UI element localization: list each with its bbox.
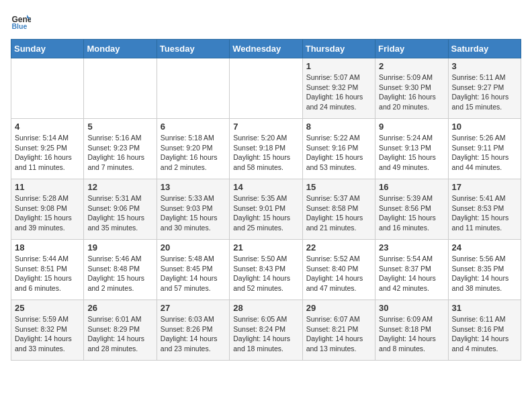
day-info: Sunrise: 5:46 AM Sunset: 8:48 PM Dayligh… (87, 254, 152, 293)
day-info: Sunrise: 5:31 AM Sunset: 9:06 PM Dayligh… (87, 193, 152, 233)
calendar-cell (84, 58, 157, 119)
calendar-week-4: 18Sunrise: 5:44 AM Sunset: 8:51 PM Dayli… (11, 240, 521, 300)
calendar-cell: 12Sunrise: 5:31 AM Sunset: 9:06 PM Dayli… (84, 179, 157, 240)
calendar-cell: 27Sunrise: 6:03 AM Sunset: 8:26 PM Dayli… (157, 300, 229, 361)
day-info: Sunrise: 5:54 AM Sunset: 8:37 PM Dayligh… (379, 254, 444, 293)
weekday-header-wednesday: Wednesday (230, 40, 302, 58)
calendar-cell: 11Sunrise: 5:28 AM Sunset: 9:08 PM Dayli… (11, 179, 84, 240)
day-info: Sunrise: 5:44 AM Sunset: 8:51 PM Dayligh… (15, 254, 80, 293)
day-info: Sunrise: 6:07 AM Sunset: 8:21 PM Dayligh… (306, 314, 371, 354)
day-info: Sunrise: 5:48 AM Sunset: 8:45 PM Dayligh… (161, 254, 226, 293)
day-info: Sunrise: 5:16 AM Sunset: 9:23 PM Dayligh… (87, 133, 152, 173)
day-info: Sunrise: 5:59 AM Sunset: 8:32 PM Dayligh… (15, 314, 80, 354)
page-header: General Blue (11, 11, 521, 31)
day-number: 8 (306, 122, 371, 132)
calendar-cell: 23Sunrise: 5:54 AM Sunset: 8:37 PM Dayli… (375, 240, 448, 300)
day-number: 29 (306, 303, 371, 313)
day-number: 31 (452, 303, 517, 313)
calendar-cell: 18Sunrise: 5:44 AM Sunset: 8:51 PM Dayli… (11, 240, 84, 300)
calendar-cell: 19Sunrise: 5:46 AM Sunset: 8:48 PM Dayli… (84, 240, 157, 300)
day-number: 10 (452, 122, 517, 132)
day-info: Sunrise: 5:20 AM Sunset: 9:18 PM Dayligh… (233, 133, 298, 173)
calendar-cell: 13Sunrise: 5:33 AM Sunset: 9:03 PM Dayli… (157, 179, 229, 240)
day-number: 1 (306, 61, 371, 71)
weekday-header-friday: Friday (375, 40, 448, 58)
day-info: Sunrise: 5:50 AM Sunset: 8:43 PM Dayligh… (233, 254, 298, 293)
logo: General Blue (11, 11, 34, 31)
calendar-cell: 1Sunrise: 5:07 AM Sunset: 9:32 PM Daylig… (302, 58, 375, 119)
day-number: 4 (15, 122, 80, 132)
calendar-cell: 7Sunrise: 5:20 AM Sunset: 9:18 PM Daylig… (230, 119, 302, 179)
day-number: 21 (233, 242, 298, 253)
calendar-cell: 2Sunrise: 5:09 AM Sunset: 9:30 PM Daylig… (375, 58, 448, 119)
day-number: 19 (87, 242, 152, 253)
day-number: 16 (379, 182, 444, 192)
day-info: Sunrise: 5:35 AM Sunset: 9:01 PM Dayligh… (233, 193, 298, 233)
calendar-cell: 29Sunrise: 6:07 AM Sunset: 8:21 PM Dayli… (302, 300, 375, 361)
calendar-cell: 26Sunrise: 6:01 AM Sunset: 8:29 PM Dayli… (84, 300, 157, 361)
calendar-cell (157, 58, 229, 119)
day-number: 5 (87, 122, 152, 132)
calendar-cell: 28Sunrise: 6:05 AM Sunset: 8:24 PM Dayli… (230, 300, 302, 361)
day-number: 23 (379, 242, 444, 253)
day-number: 24 (452, 242, 517, 253)
day-info: Sunrise: 6:01 AM Sunset: 8:29 PM Dayligh… (87, 314, 152, 354)
calendar-cell: 10Sunrise: 5:26 AM Sunset: 9:11 PM Dayli… (448, 119, 521, 179)
calendar-cell (11, 58, 84, 119)
calendar-cell: 16Sunrise: 5:39 AM Sunset: 8:56 PM Dayli… (375, 179, 448, 240)
day-info: Sunrise: 5:24 AM Sunset: 9:13 PM Dayligh… (379, 133, 444, 173)
day-number: 22 (306, 242, 371, 253)
calendar-cell: 8Sunrise: 5:22 AM Sunset: 9:16 PM Daylig… (302, 119, 375, 179)
calendar-cell: 22Sunrise: 5:52 AM Sunset: 8:40 PM Dayli… (302, 240, 375, 300)
day-number: 18 (15, 242, 80, 253)
day-info: Sunrise: 5:18 AM Sunset: 9:20 PM Dayligh… (161, 133, 226, 173)
day-number: 27 (161, 303, 226, 313)
calendar-cell: 21Sunrise: 5:50 AM Sunset: 8:43 PM Dayli… (230, 240, 302, 300)
day-info: Sunrise: 5:56 AM Sunset: 8:35 PM Dayligh… (452, 254, 517, 293)
calendar-cell: 4Sunrise: 5:14 AM Sunset: 9:25 PM Daylig… (11, 119, 84, 179)
day-info: Sunrise: 5:11 AM Sunset: 9:27 PM Dayligh… (452, 73, 517, 112)
day-number: 20 (161, 242, 226, 253)
weekday-header-sunday: Sunday (11, 40, 84, 58)
day-number: 14 (233, 182, 298, 192)
day-info: Sunrise: 5:41 AM Sunset: 8:53 PM Dayligh… (452, 193, 517, 233)
day-number: 13 (161, 182, 226, 192)
day-info: Sunrise: 5:26 AM Sunset: 9:11 PM Dayligh… (452, 133, 517, 173)
day-number: 28 (233, 303, 298, 313)
calendar-cell: 14Sunrise: 5:35 AM Sunset: 9:01 PM Dayli… (230, 179, 302, 240)
day-info: Sunrise: 6:05 AM Sunset: 8:24 PM Dayligh… (233, 314, 298, 354)
day-number: 6 (161, 122, 226, 132)
day-info: Sunrise: 5:37 AM Sunset: 8:58 PM Dayligh… (306, 193, 371, 233)
day-number: 25 (15, 303, 80, 313)
calendar-week-2: 4Sunrise: 5:14 AM Sunset: 9:25 PM Daylig… (11, 119, 521, 179)
day-info: Sunrise: 6:11 AM Sunset: 8:16 PM Dayligh… (452, 314, 517, 354)
weekday-header-monday: Monday (84, 40, 157, 58)
weekday-header-saturday: Saturday (448, 40, 521, 58)
day-number: 3 (452, 61, 517, 71)
calendar-cell: 25Sunrise: 5:59 AM Sunset: 8:32 PM Dayli… (11, 300, 84, 361)
day-info: Sunrise: 6:03 AM Sunset: 8:26 PM Dayligh… (161, 314, 226, 354)
calendar-cell: 5Sunrise: 5:16 AM Sunset: 9:23 PM Daylig… (84, 119, 157, 179)
day-number: 7 (233, 122, 298, 132)
calendar-cell: 24Sunrise: 5:56 AM Sunset: 8:35 PM Dayli… (448, 240, 521, 300)
day-info: Sunrise: 5:28 AM Sunset: 9:08 PM Dayligh… (15, 193, 80, 233)
day-info: Sunrise: 6:09 AM Sunset: 8:18 PM Dayligh… (379, 314, 444, 354)
calendar-cell: 17Sunrise: 5:41 AM Sunset: 8:53 PM Dayli… (448, 179, 521, 240)
calendar-cell: 15Sunrise: 5:37 AM Sunset: 8:58 PM Dayli… (302, 179, 375, 240)
calendar-body: 1Sunrise: 5:07 AM Sunset: 9:32 PM Daylig… (11, 58, 521, 361)
day-number: 11 (15, 182, 80, 192)
calendar-cell: 3Sunrise: 5:11 AM Sunset: 9:27 PM Daylig… (448, 58, 521, 119)
calendar-cell: 6Sunrise: 5:18 AM Sunset: 9:20 PM Daylig… (157, 119, 229, 179)
day-number: 26 (87, 303, 152, 313)
calendar-cell: 20Sunrise: 5:48 AM Sunset: 8:45 PM Dayli… (157, 240, 229, 300)
day-number: 12 (87, 182, 152, 192)
weekday-header-tuesday: Tuesday (157, 40, 229, 58)
day-info: Sunrise: 5:52 AM Sunset: 8:40 PM Dayligh… (306, 254, 371, 293)
calendar-week-3: 11Sunrise: 5:28 AM Sunset: 9:08 PM Dayli… (11, 179, 521, 240)
calendar-header-row: SundayMondayTuesdayWednesdayThursdayFrid… (11, 40, 521, 58)
day-number: 15 (306, 182, 371, 192)
day-number: 2 (379, 61, 444, 71)
day-info: Sunrise: 5:07 AM Sunset: 9:32 PM Dayligh… (306, 73, 371, 112)
calendar-week-5: 25Sunrise: 5:59 AM Sunset: 8:32 PM Dayli… (11, 300, 521, 361)
calendar-cell: 9Sunrise: 5:24 AM Sunset: 9:13 PM Daylig… (375, 119, 448, 179)
